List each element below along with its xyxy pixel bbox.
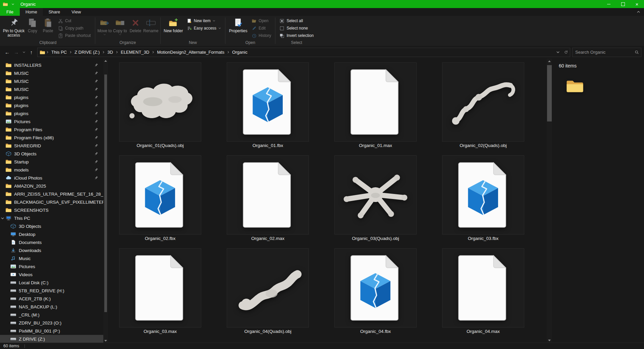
- properties-button[interactable]: Properties: [227, 16, 249, 40]
- tab-view[interactable]: View: [66, 8, 87, 16]
- edit-button[interactable]: Edit: [249, 24, 273, 32]
- invert-selection-button[interactable]: Invert selection: [277, 32, 316, 39]
- sidebar-item-blackmagic-ursa-evf-pixellimeter-mod[interactable]: BLACKMAGIC_URSA_EVF_PIXELLIMETER_MOD: [0, 198, 103, 206]
- sidebar-item-desktop[interactable]: Desktop: [0, 230, 103, 238]
- file-Organic_02.fbx[interactable]: Organic_02.fbx: [119, 155, 201, 242]
- sidebar-item-program-files-x86[interactable]: Program Files (x86): [0, 134, 103, 142]
- recent-locations-button[interactable]: [21, 51, 27, 54]
- pin-to-quick-access-button[interactable]: Pin to Quick access: [3, 16, 25, 40]
- scroll-down-arrow[interactable]: [103, 338, 108, 343]
- sidebar-item-pictures[interactable]: Pictures: [0, 117, 103, 126]
- sidebar-scrollbar-thumb[interactable]: [104, 74, 107, 312]
- sidebar-item-arri-zeiss-ultra-prime-set-16-28-65-40-100[interactable]: ARRI_ZEISS_ULTRA_PRIME_SET_16_28_65_40_1…: [0, 190, 103, 198]
- paste-button[interactable]: Paste: [40, 16, 56, 40]
- sidebar-item-startup[interactable]: Startup: [0, 158, 103, 166]
- file-Organic_03(Quads).obj[interactable]: Organic_03(Quads).obj: [334, 155, 417, 242]
- file-Organic_03.max[interactable]: Organic_03.max: [119, 248, 201, 335]
- cut-button[interactable]: Cut: [56, 17, 93, 24]
- sidebar-item-music[interactable]: MUSIC: [0, 77, 103, 85]
- sidebar-item-screenshots[interactable]: SCREENSHOTS: [0, 206, 103, 214]
- sidebar-item-installers[interactable]: INSTALLERS: [0, 61, 103, 69]
- sidebar-item-models[interactable]: models: [0, 166, 103, 174]
- address-dropdown-button[interactable]: [554, 48, 562, 56]
- new-folder-button[interactable]: New folder: [162, 16, 184, 40]
- search-box[interactable]: [572, 48, 641, 57]
- sidebar-item-nas-backup-l[interactable]: NAS_BACKUP (L:): [0, 303, 103, 311]
- sidebar-item-this-pc[interactable]: This PC: [0, 214, 103, 222]
- quick-access-toolbar-chevron-icon[interactable]: [11, 3, 14, 6]
- sidebar-item-pixmm-bu-001-p[interactable]: PixMM_BU_001 (P:): [0, 327, 103, 335]
- sidebar-item-acer-2tb-k[interactable]: ACER_2TB (K:): [0, 295, 103, 303]
- content-scrollbar[interactable]: [547, 58, 552, 343]
- breadcrumb[interactable]: This PC Z DRIVE (Z:) 3D ELEMENT_3D Motio…: [37, 48, 570, 57]
- sidebar-item-music[interactable]: Music: [0, 254, 103, 262]
- breadcrumb-3d[interactable]: 3D: [105, 50, 115, 55]
- file-Organic_01(Quads).obj[interactable]: Organic_01(Quads).obj: [119, 62, 201, 149]
- sidebar-item-amazon-2025[interactable]: AMAZON_2025: [0, 182, 103, 190]
- file-Organic_01.fbx[interactable]: Organic_01.fbx: [227, 62, 309, 149]
- sidebar-item-plugins[interactable]: plugins: [0, 109, 103, 117]
- breadcrumb-motiondesign2-alternate-formats[interactable]: MotionDesign2_Alternate_Formats: [155, 50, 227, 55]
- forward-button[interactable]: →: [12, 48, 21, 57]
- scroll-up-arrow[interactable]: [103, 58, 108, 63]
- copy-button[interactable]: Copy: [25, 16, 40, 40]
- breadcrumb-this-pc[interactable]: This PC: [49, 50, 69, 55]
- tab-share[interactable]: Share: [43, 8, 66, 16]
- breadcrumb-organic[interactable]: Organic: [230, 50, 250, 55]
- search-input[interactable]: [575, 49, 635, 55]
- sidebar-item-downloads[interactable]: Downloads: [0, 246, 103, 254]
- chevron-down-icon[interactable]: [1, 216, 4, 220]
- file-Organic_01.max[interactable]: Organic_01.max: [334, 62, 417, 149]
- sidebar-item-plugins[interactable]: plugins: [0, 101, 103, 109]
- sidebar-scrollbar[interactable]: [103, 58, 108, 343]
- select-none-button[interactable]: Select none: [277, 24, 316, 32]
- back-button[interactable]: ←: [3, 48, 12, 57]
- sidebar-item-3d-objects[interactable]: 3D Objects: [0, 150, 103, 158]
- delete-button[interactable]: Delete: [128, 16, 143, 40]
- file-Organic_02.max[interactable]: Organic_02.max: [227, 155, 309, 242]
- tab-file[interactable]: File: [0, 8, 20, 16]
- file-Organic_04.fbx[interactable]: Organic_04.fbx: [334, 248, 417, 335]
- breadcrumb-z-drive[interactable]: Z DRIVE (Z:): [72, 50, 102, 55]
- minimize-button[interactable]: [602, 0, 616, 8]
- sidebar-item-zdrv-bu-2023-o[interactable]: ZDRV_BU_2023 (O:): [0, 319, 103, 327]
- sidebar-item-local-disk-c[interactable]: Local Disk (C:): [0, 279, 103, 287]
- sidebar-item-documents[interactable]: Documents: [0, 238, 103, 246]
- refresh-button[interactable]: [562, 48, 570, 56]
- move-to-button[interactable]: Move to: [97, 16, 112, 40]
- copy-path-button[interactable]: Copy path: [56, 24, 93, 32]
- sidebar-item-5tb-red-drive-h[interactable]: 5TB_RED_DRIVE (H:): [0, 287, 103, 295]
- close-button[interactable]: ×: [630, 0, 644, 8]
- sidebar-item-crl-m[interactable]: _CRL (M:): [0, 311, 103, 319]
- new-item-button[interactable]: New item: [184, 17, 223, 24]
- select-all-button[interactable]: Select all: [277, 17, 316, 24]
- sidebar-item-plugins[interactable]: plugins: [0, 93, 103, 101]
- scroll-down-arrow[interactable]: [547, 338, 552, 343]
- tab-home[interactable]: Home: [20, 8, 43, 16]
- sidebar-item-z-drive-z[interactable]: Z DRIVE (Z:): [0, 335, 103, 343]
- file-Organic_04(Quads).obj[interactable]: Organic_04(Quads).obj: [227, 248, 309, 335]
- easy-access-button[interactable]: Easy access: [184, 24, 223, 32]
- sidebar-item-sharegrid[interactable]: SHAREGRID: [0, 142, 103, 150]
- sidebar-item-music[interactable]: MUSIC: [0, 85, 103, 93]
- paste-shortcut-button[interactable]: Paste shortcut: [56, 32, 93, 39]
- sidebar-item-program-files[interactable]: Program Files: [0, 126, 103, 134]
- sidebar-item-videos[interactable]: Videos: [0, 270, 103, 279]
- file-Organic_02(Quads).obj[interactable]: Organic_02(Quads).obj: [442, 62, 524, 149]
- file-Organic_03.fbx[interactable]: Organic_03.fbx: [442, 155, 524, 242]
- rename-button[interactable]: Rename: [143, 16, 159, 40]
- history-button[interactable]: History: [249, 32, 273, 39]
- content-scrollbar-thumb[interactable]: [547, 65, 552, 121]
- file-Organic_04.max[interactable]: Organic_04.max: [442, 248, 524, 335]
- copy-to-button[interactable]: Copy to: [112, 16, 128, 40]
- breadcrumb-element-3d[interactable]: ELEMENT_3D: [118, 50, 152, 55]
- sidebar-item-music[interactable]: MUSIC: [0, 69, 103, 77]
- search-icon[interactable]: [635, 50, 639, 54]
- up-button[interactable]: ↑: [27, 48, 36, 57]
- scroll-up-arrow[interactable]: [547, 58, 552, 64]
- sidebar-item-icloud-photos[interactable]: iCloud Photos: [0, 174, 103, 182]
- open-button[interactable]: Open: [249, 17, 273, 24]
- sidebar-item-pictures[interactable]: Pictures: [0, 262, 103, 270]
- collapse-ribbon-button[interactable]: [633, 8, 644, 16]
- maximize-button[interactable]: [616, 0, 630, 8]
